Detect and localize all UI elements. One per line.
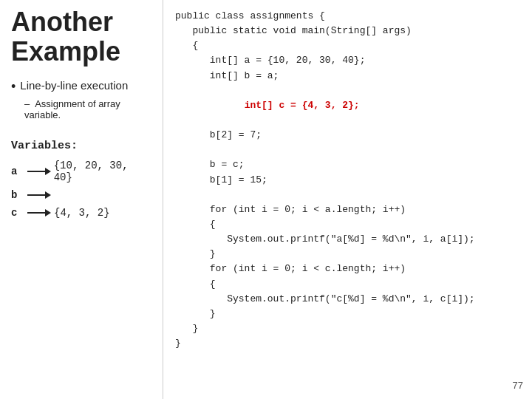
bullet-sub: – Assignment of array variable.	[11, 98, 151, 120]
arrow-c	[27, 209, 51, 216]
arrow-line-c	[27, 212, 45, 214]
var-name-b: b	[11, 189, 24, 201]
code-line-16: for (int i = 0; i < c.length; i++)	[175, 262, 520, 276]
bullet-sub-text: Assignment of array variable.	[24, 98, 120, 120]
code-line-11	[175, 188, 520, 202]
title-line2: Example	[11, 36, 120, 66]
var-value-c: {4, 3, 2}	[54, 207, 110, 219]
variables-label: Variables:	[11, 140, 151, 152]
code-line-13: {	[175, 217, 520, 232]
code-line-18: System.out.printf("c[%d] = %d\n", i, c[i…	[175, 292, 520, 307]
arrow-head-a	[45, 168, 51, 175]
code-line-6: int[] c = {4, 3, 2};	[175, 83, 520, 128]
slide-title: Another Example	[11, 7, 151, 66]
code-line-5: int[] b = a;	[175, 69, 520, 83]
code-line-17: {	[175, 277, 520, 292]
var-row-a: a {10, 20, 30, 40}	[11, 160, 151, 183]
code-line6-kw: int[]	[245, 100, 273, 111]
code-line6-pre	[210, 100, 245, 111]
code-line-2: public static void main(String[] args)	[175, 24, 520, 38]
code-line-12: for (int i = 0; i < a.length; i++)	[175, 202, 520, 217]
code-line6-hl: c = {4, 3, 2};	[273, 100, 360, 111]
arrow-head-b	[45, 191, 51, 199]
arrow-b	[27, 191, 51, 199]
title-line1: Another	[11, 7, 113, 37]
page-number: 77	[513, 378, 523, 393]
left-panel: Another Example • Line-by-line execution…	[0, 0, 163, 399]
var-name-c: c	[11, 207, 24, 219]
code-line-4: int[] a = {10, 20, 30, 40};	[175, 53, 520, 68]
variables-section: Variables: a {10, 20, 30, 40} b	[11, 140, 151, 225]
code-line-20: }	[175, 321, 520, 336]
arrow-head-c	[45, 209, 51, 216]
arrow-line-b	[27, 194, 45, 196]
dash-icon: –	[24, 98, 30, 109]
code-line-10: b[1] = 15;	[175, 173, 520, 188]
code-line-1: public class assignments {	[175, 9, 520, 24]
code-line-8	[175, 143, 520, 157]
main-container: Another Example • Line-by-line execution…	[0, 0, 532, 399]
code-line-14: System.out.printf("a[%d] = %d\n", i, a[i…	[175, 232, 520, 247]
var-name-a: a	[11, 166, 24, 177]
code-line-15: }	[175, 247, 520, 262]
bullet-dot: •	[11, 79, 16, 95]
right-panel: public class assignments { public static…	[163, 0, 532, 399]
var-row-b: b	[11, 189, 151, 201]
arrow-line-a	[27, 171, 45, 172]
bullet-section: • Line-by-line execution – Assignment of…	[11, 79, 151, 120]
var-row-c: c {4, 3, 2}	[11, 207, 151, 219]
bullet-main: • Line-by-line execution	[11, 79, 151, 95]
var-value-a: {10, 20, 30, 40}	[54, 160, 151, 183]
arrow-a	[27, 168, 51, 175]
bullet-main-text: Line-by-line execution	[20, 79, 128, 92]
code-line-7: b[2] = 7;	[175, 128, 520, 143]
code-line-21: }	[175, 336, 520, 351]
code-line-3: {	[175, 38, 520, 53]
code-line-9: b = c;	[175, 157, 520, 172]
code-line-19: }	[175, 307, 520, 321]
